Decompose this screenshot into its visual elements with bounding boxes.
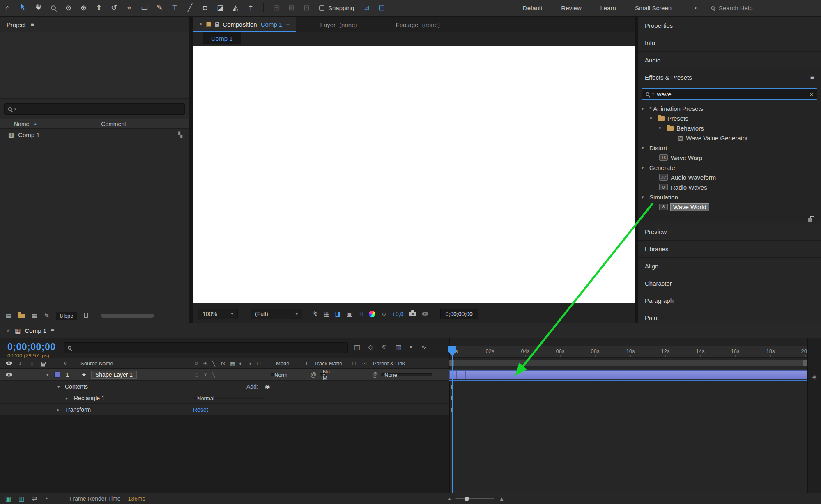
panel-paint[interactable]: Paint [638,309,821,323]
panel-info[interactable]: Info [638,34,821,52]
rotation-tool[interactable]: ↺ [106,0,122,16]
modes-toggle-icon[interactable]: ⊡ [362,360,367,367]
tree-category-generate[interactable]: ▾ Generate [638,163,821,172]
exposure-icon[interactable]: ☼ [381,310,387,318]
menu-icon[interactable]: ≡ [51,327,54,334]
world-axis-mode-button[interactable]: ⊠ [284,0,299,16]
mask-visibility-icon[interactable]: ◨ [335,310,341,318]
chevron-down-icon[interactable]: ▾ [57,384,62,389]
layer-quality-switch[interactable]: ╲ [212,371,215,378]
chevron-right-icon[interactable]: ▸ [66,395,71,401]
help-search-input[interactable] [719,5,795,11]
motion-blur-switch-icon[interactable]: ◐ [239,360,242,367]
time-ruler[interactable]: 0s 02s 04s 06s 08s 10s 12s 14s 16s 18s 2… [449,346,807,358]
clear-search-icon[interactable]: × [810,91,813,98]
graph-editor-icon[interactable]: ∿ [421,343,427,351]
track-matte-select[interactable]: No M ▾ [320,373,326,376]
tree-item-wave-world[interactable]: 8 Wave World [638,202,821,212]
viewer-timecode[interactable]: 0;00;00;00 [440,309,478,319]
layer-duration-bar[interactable] [449,370,807,379]
audio-column-icon[interactable]: ♪ [19,360,22,367]
clone-stamp-tool[interactable]: ◘ [198,0,213,16]
workspace-overflow-button[interactable]: » [694,4,698,11]
timeline-tab-comp1[interactable]: ▦ Comp 1 ≡ [15,327,54,334]
exposure-value[interactable]: +0,0 [392,311,404,317]
hand-tool[interactable] [30,0,46,16]
zoom-slider[interactable] [455,498,494,499]
puppet-pin-tool[interactable]: † [243,0,258,16]
lock-icon[interactable] [215,24,219,27]
dolly-camera-tool[interactable]: ⇕ [91,0,106,16]
pickwhip-icon[interactable]: @ [310,371,316,378]
tab-composition[interactable]: × Composition Comp 1 ≡ [193,17,296,32]
column-source-name[interactable]: Source Name [80,360,113,367]
toggle-transfer-controls-icon[interactable]: ▥ [18,495,24,502]
solo-column-icon[interactable]: ○ [30,360,34,367]
tree-category-animation-presets[interactable]: ▾ * Animation Presets [638,103,821,113]
tree-item-radio-waves[interactable]: 8 Radio Waves [638,182,821,192]
new-composition-icon[interactable]: ▦ [32,312,37,319]
eraser-tool[interactable]: ◪ [213,0,228,16]
snapping-checkbox[interactable] [319,5,324,11]
panel-properties[interactable]: Properties [638,17,821,34]
column-mode[interactable]: Mode [276,360,290,367]
frame-blend-icon[interactable]: ▥ [396,343,402,351]
workspace-review[interactable]: Review [552,5,591,11]
mini-flowchart-icon[interactable]: ◫ [354,343,360,351]
show-snapshot-icon[interactable] [422,312,428,316]
transform-row[interactable]: ▸ Transform Reset [0,404,449,415]
column-name[interactable]: Name [14,121,29,127]
pickwhip-icon[interactable]: @ [372,371,378,378]
close-icon[interactable]: × [6,327,10,334]
adjustment-switch-icon[interactable]: ◑ [248,360,251,367]
sort-ascending-icon[interactable]: ▲ [33,121,37,126]
effects-presets-header[interactable]: Effects & Presets ≡ [638,69,821,86]
panel-character[interactable]: Character [638,275,821,292]
pen-tool[interactable]: ✎ [152,0,167,16]
column-t[interactable]: T [305,360,308,367]
matte-toggle-icon[interactable]: □ [352,360,356,367]
quality-switch-icon[interactable]: ╲ [212,360,215,367]
parent-select[interactable]: None ▾ [381,373,432,376]
layer-name[interactable]: Shape Layer 1 [91,371,137,379]
shy-switch-icon[interactable]: ☺ [194,360,199,367]
snapshot-icon[interactable] [409,312,416,316]
current-time-display[interactable]: 0;00;00;00 [7,341,56,353]
pan-behind-tool[interactable]: ⌖ [122,0,137,16]
viewer-comp-tab[interactable]: Comp 1 [203,32,241,44]
layer-row-shape-layer-1[interactable]: ▾ 1 ★ Shape Layer 1 ☺ ☀ ╲ Norm ▾ @ No M … [0,369,449,381]
pan-camera-tool[interactable]: ⊕ [76,0,91,16]
rectangle-tool[interactable]: ▭ [137,0,152,16]
column-parent-link[interactable]: Parent & Link [373,360,405,367]
fx-switch-icon[interactable]: fx [221,360,225,367]
tab-footage[interactable]: Footage (none) [389,17,446,32]
contents-row[interactable]: ▾ Contents Add: ◉ [0,381,449,392]
brush-tool[interactable]: ╱ [182,0,198,16]
menu-icon[interactable]: ≡ [810,74,814,81]
resolution-select[interactable]: (Full) ▾ [251,309,302,319]
type-tool[interactable]: T [167,0,182,16]
tab-layer[interactable]: Layer (none) [314,17,363,32]
menu-icon[interactable]: ≡ [286,21,290,28]
channel-wheel-icon[interactable] [369,311,375,317]
panel-align[interactable]: Align [638,258,821,275]
chevron-right-icon[interactable]: ▸ [57,407,62,412]
motion-blur-icon[interactable]: ◐ [409,343,414,351]
close-icon[interactable]: × [199,21,202,28]
tree-item-wave-value-generator[interactable]: ▧ Wave Value Generator [638,133,821,143]
workspace-small-screen[interactable]: Small Screen [626,5,681,11]
tree-folder-behaviors[interactable]: ▾ Behaviors [638,123,821,133]
blend-mode-select[interactable]: Norm ▾ [271,373,278,376]
rectangle-blend-mode-select[interactable]: Normal ▾ [194,397,264,399]
new-folder-icon[interactable] [18,314,25,318]
workspace-default[interactable]: Default [513,5,552,11]
toggle-layer-switches-icon[interactable]: ▣ [5,495,11,502]
snap-to-features-button[interactable]: ⊡ [374,0,389,16]
delete-icon[interactable] [84,313,88,318]
panel-libraries[interactable]: Libraries [638,241,821,258]
column-index[interactable]: # [64,360,67,367]
rectangle-row[interactable]: ▸ Rectangle 1 Normal ▾ [0,392,449,404]
tree-category-distort[interactable]: ▾ Distort [638,143,821,153]
selection-tool[interactable] [15,0,30,16]
collapse-switch-icon[interactable]: ☀ [203,360,208,367]
